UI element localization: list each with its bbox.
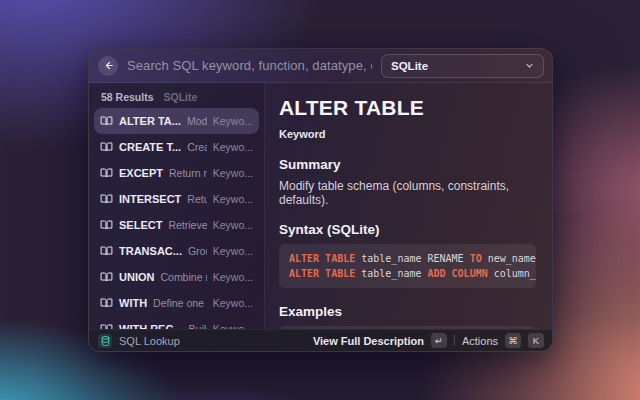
- result-title: ALTER TA...: [119, 115, 181, 127]
- code-line: ALTER TABLE table_name ADD COLUMN column…: [289, 266, 526, 281]
- result-type: Keywo...: [213, 115, 253, 127]
- result-row[interactable]: TRANSAC...Group st...Keywo...: [94, 238, 259, 264]
- main-content: 58 Results SQLite ALTER TA...Modify ta..…: [89, 83, 552, 329]
- book-open-icon: [100, 167, 113, 179]
- result-row[interactable]: UNIONCombine resul...Keywo...: [94, 264, 259, 290]
- book-open-icon: [100, 141, 113, 153]
- result-type: Keywo...: [213, 245, 253, 257]
- result-subtitle: Group st...: [188, 245, 207, 257]
- database-icon: [98, 334, 112, 348]
- search-input[interactable]: Search SQL keyword, function, datatype, …: [127, 58, 372, 73]
- book-open-icon: [100, 245, 113, 257]
- results-count: 58 Results: [101, 91, 154, 103]
- results-header: 58 Results SQLite: [89, 83, 264, 108]
- result-subtitle: Create a...: [187, 141, 207, 153]
- result-type: Keywo...: [213, 297, 253, 309]
- bottom-bar-actions: View Full Description ↵ Actions ⌘ K: [313, 333, 544, 348]
- result-subtitle: Define one or m...: [153, 297, 207, 309]
- result-title: INTERSECT: [119, 193, 181, 205]
- return-key-badge[interactable]: ↵: [431, 333, 447, 348]
- result-type: Keywo...: [213, 193, 253, 205]
- result-title: WITH: [119, 297, 147, 309]
- results-engine-label: SQLite: [164, 91, 198, 103]
- result-title: SELECT: [119, 219, 162, 231]
- result-row[interactable]: WITH REC...Build rec...Keywo...: [94, 316, 259, 329]
- result-title: TRANSAC...: [119, 245, 182, 257]
- result-row[interactable]: WITHDefine one or m...Keywo...: [94, 290, 259, 316]
- result-subtitle: Modify ta...: [187, 115, 207, 127]
- summary-heading: Summary: [279, 157, 536, 172]
- cmd-key-badge[interactable]: ⌘: [505, 333, 521, 348]
- actions-button[interactable]: Actions: [462, 335, 498, 347]
- results-list: ALTER TA...Modify ta...Keywo...CREATE T.…: [89, 108, 264, 329]
- syntax-heading: Syntax (SQLite): [279, 222, 536, 237]
- result-subtitle: Combine resul...: [160, 271, 206, 283]
- detail-type-badge: Keyword: [279, 128, 536, 140]
- sql-lookup-window: Search SQL keyword, function, datatype, …: [88, 48, 553, 352]
- result-type: Keywo...: [213, 219, 253, 231]
- result-row[interactable]: CREATE T...Create a...Keywo...: [94, 134, 259, 160]
- app-name: SQL Lookup: [119, 335, 180, 347]
- bottom-bar-divider: [454, 335, 455, 346]
- result-row[interactable]: EXCEPTReturn rows f...Keywo...: [94, 160, 259, 186]
- book-open-icon: [100, 193, 113, 205]
- result-row[interactable]: INTERSECTReturn ro...Keywo...: [94, 186, 259, 212]
- result-type: Keywo...: [213, 271, 253, 283]
- detail-panel: ALTER TABLE Keyword Summary Modify table…: [265, 83, 552, 329]
- arrow-left-icon: [103, 60, 114, 71]
- summary-body: Modify table schema (columns, constraint…: [279, 179, 536, 207]
- result-subtitle: Return ro...: [187, 193, 206, 205]
- book-open-icon: [100, 271, 113, 283]
- bottom-bar: SQL Lookup View Full Description ↵ Actio…: [89, 329, 552, 351]
- syntax-code-block: ALTER TABLE table_name RENAME TO new_nam…: [279, 244, 536, 288]
- book-open-icon: [100, 115, 113, 127]
- book-open-icon: [100, 219, 113, 231]
- result-row[interactable]: ALTER TA...Modify ta...Keywo...: [94, 108, 259, 134]
- result-title: CREATE T...: [119, 141, 181, 153]
- view-full-description-button[interactable]: View Full Description: [313, 335, 424, 347]
- detail-title: ALTER TABLE: [279, 96, 536, 120]
- code-line: ALTER TABLE table_name RENAME TO new_nam…: [289, 251, 526, 266]
- result-type: Keywo...: [213, 141, 253, 153]
- engine-dropdown-value: SQLite: [391, 60, 525, 72]
- back-button[interactable]: [98, 56, 118, 76]
- k-key-badge[interactable]: K: [528, 333, 544, 348]
- result-type: Keywo...: [213, 167, 253, 179]
- result-subtitle: Return rows f...: [169, 167, 207, 179]
- book-open-icon: [100, 297, 113, 309]
- results-panel: 58 Results SQLite ALTER TA...Modify ta..…: [89, 83, 265, 329]
- engine-dropdown[interactable]: SQLite: [381, 54, 544, 78]
- result-title: UNION: [119, 271, 154, 283]
- result-title: EXCEPT: [119, 167, 163, 179]
- examples-heading: Examples: [279, 304, 536, 319]
- result-subtitle: Retrieve colu...: [168, 219, 206, 231]
- chevron-down-icon: [525, 61, 534, 70]
- search-bar: Search SQL keyword, function, datatype, …: [89, 49, 552, 83]
- result-row[interactable]: SELECTRetrieve colu...Keywo...: [94, 212, 259, 238]
